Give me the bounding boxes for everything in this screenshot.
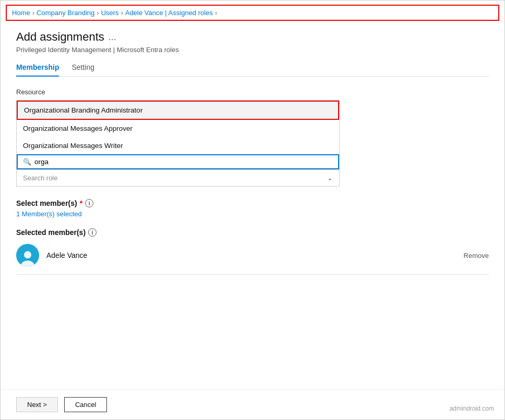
role-dropdown-list: Organizational Branding Administrator Or… — [16, 100, 340, 170]
chevron-down-icon: ⌄ — [327, 174, 333, 182]
search-role-label: Search role — [23, 174, 57, 182]
role-dropdown-container: Organizational Branding Administrator Or… — [16, 100, 340, 187]
select-members-info-icon: i — [85, 199, 93, 207]
page-title: Add assignments — [16, 30, 104, 44]
svg-point-1 — [21, 261, 34, 267]
member-row: Adele Vance Remove — [16, 244, 489, 275]
resource-label: Resource — [16, 88, 489, 96]
role-search-input[interactable] — [34, 158, 333, 166]
page-subtitle: Privileged Identity Management | Microso… — [16, 46, 489, 54]
dropdown-item-0[interactable]: Organizational Branding Administrator — [17, 101, 339, 120]
members-count: 1 Member(s) selected — [16, 210, 489, 218]
breadcrumb: Home › Company Branding › Users › Adele … — [6, 5, 499, 21]
breadcrumb-sep-3: › — [121, 9, 123, 17]
tabs-bar: Membership Setting — [16, 63, 489, 77]
breadcrumb-sep-2: › — [97, 9, 99, 17]
selected-members-label-row: Selected member(s) i — [16, 228, 489, 237]
tab-setting[interactable]: Setting — [71, 63, 94, 77]
member-name: Adele Vance — [46, 251, 456, 260]
select-members-section: Select member(s) * i 1 Member(s) selecte… — [16, 199, 489, 218]
breadcrumb-sep-1: › — [32, 9, 34, 17]
selected-members-section: Selected member(s) i Adele Vance Remove — [16, 228, 489, 275]
svg-point-0 — [24, 251, 31, 258]
required-indicator: * — [80, 199, 82, 207]
page-title-row: Add assignments ... — [16, 30, 489, 44]
watermark: admindroid.com — [450, 405, 494, 412]
breadcrumb-home[interactable]: Home — [12, 9, 30, 17]
ellipsis-icon: ... — [109, 32, 116, 43]
select-members-label: Select member(s) — [16, 199, 77, 207]
breadcrumb-company-branding[interactable]: Company Branding — [37, 9, 94, 17]
app-window: Home › Company Branding › Users › Adele … — [0, 0, 505, 420]
selected-members-info-icon: i — [88, 228, 97, 237]
select-members-label-row: Select member(s) * i — [16, 199, 489, 207]
resource-section: Resource Organizational Branding Adminis… — [16, 88, 489, 187]
next-button[interactable]: Next > — [16, 397, 58, 412]
main-content: Add assignments ... Privileged Identity … — [1, 21, 504, 389]
breadcrumb-users[interactable]: Users — [101, 9, 119, 17]
remove-member-button[interactable]: Remove — [464, 252, 489, 260]
avatar — [16, 244, 39, 267]
tab-membership[interactable]: Membership — [16, 63, 59, 77]
search-role-row[interactable]: Search role ⌄ — [16, 170, 340, 187]
footer: Next > Cancel — [1, 389, 504, 419]
cancel-button[interactable]: Cancel — [64, 397, 107, 412]
dropdown-item-2[interactable]: Organizational Messages Writer — [17, 137, 339, 154]
breadcrumb-sep-4: › — [215, 9, 217, 17]
search-input-wrap: 🔍 — [17, 154, 339, 169]
selected-members-label: Selected member(s) — [16, 228, 86, 237]
dropdown-item-1[interactable]: Organizational Messages Approver — [17, 120, 339, 137]
search-icon: 🔍 — [23, 158, 31, 166]
breadcrumb-adele[interactable]: Adele Vance | Assigned roles — [125, 9, 213, 17]
